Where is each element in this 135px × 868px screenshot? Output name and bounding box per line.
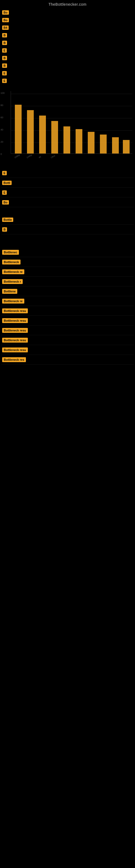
divider-2 bbox=[0, 236, 135, 246]
badge-b10[interactable]: E bbox=[2, 79, 7, 83]
chart-area: 0 20 40 60 80 100 1080p 1440p 4K Ultra bbox=[0, 88, 135, 164]
result-badge-3[interactable]: Bottleneck re bbox=[2, 269, 24, 274]
site-title: TheBottlenecker.com bbox=[0, 0, 135, 8]
badge-b3[interactable]: B4 bbox=[2, 26, 9, 30]
lower-section: Bottle B bbox=[0, 214, 135, 236]
top-badges-section: Bo Bo B4 B B E B B E E bbox=[0, 8, 135, 86]
svg-text:100: 100 bbox=[1, 92, 5, 94]
badge-b7[interactable]: B bbox=[2, 56, 7, 60]
top-row-8: B bbox=[1, 62, 134, 69]
svg-rect-14 bbox=[27, 110, 34, 154]
result-row-5: Bottlene bbox=[1, 286, 134, 296]
badge-b4[interactable]: B bbox=[2, 33, 7, 37]
top-row-3: B4 bbox=[1, 24, 134, 31]
result-badge-2[interactable]: Bottleneck bbox=[2, 259, 20, 265]
mid-row-4: Bo bbox=[1, 197, 134, 207]
lower-badge-2[interactable]: B bbox=[2, 227, 7, 231]
result-badge-8[interactable]: Bottleneck resu bbox=[2, 318, 28, 323]
top-row-7: B bbox=[1, 54, 134, 62]
result-row-3: Bottleneck re bbox=[1, 267, 134, 277]
badge-b6[interactable]: E bbox=[2, 48, 7, 53]
result-badge-11[interactable]: Bottleneck resu bbox=[2, 347, 28, 352]
badge-b8[interactable]: B bbox=[2, 63, 7, 68]
result-row-7: Bottleneck resu bbox=[1, 306, 134, 316]
svg-text:4K: 4K bbox=[38, 155, 42, 159]
mid-badge-4[interactable]: Bo bbox=[2, 200, 9, 205]
result-badge-4[interactable]: Bottleneck r bbox=[2, 279, 23, 284]
result-badge-7[interactable]: Bottleneck resu bbox=[2, 308, 28, 313]
mid-section: E Bottl E Bo bbox=[0, 167, 135, 208]
result-row-10: Bottleneck resu bbox=[1, 335, 134, 345]
mid-row-2: Bottl bbox=[1, 178, 134, 188]
svg-rect-15 bbox=[39, 116, 46, 154]
result-row-1: Bottlenec bbox=[1, 247, 134, 257]
result-badge-6[interactable]: Bottleneck re bbox=[2, 299, 24, 304]
svg-text:0: 0 bbox=[1, 153, 2, 155]
result-badge-12[interactable]: Bottleneck res bbox=[2, 357, 26, 362]
results-section: Bottlenec Bottleneck Bottleneck re Bottl… bbox=[0, 246, 135, 366]
result-badge-1[interactable]: Bottlenec bbox=[2, 250, 19, 255]
svg-rect-17 bbox=[63, 126, 70, 154]
svg-text:1080p: 1080p bbox=[14, 154, 20, 159]
svg-rect-20 bbox=[100, 134, 107, 154]
badge-b9[interactable]: E bbox=[2, 71, 7, 75]
badge-b2[interactable]: Bo bbox=[2, 18, 9, 22]
result-row-8: Bottleneck resu bbox=[1, 316, 134, 326]
svg-text:20: 20 bbox=[1, 141, 3, 143]
mid-row-1: E bbox=[1, 168, 134, 178]
mid-row-3: E bbox=[1, 188, 134, 197]
lower-row-2: B bbox=[1, 225, 134, 235]
svg-text:40: 40 bbox=[1, 128, 3, 131]
top-row-10: E bbox=[1, 77, 134, 85]
result-badge-9[interactable]: Bottleneck resu bbox=[2, 328, 28, 333]
svg-text:80: 80 bbox=[1, 104, 3, 106]
svg-rect-16 bbox=[51, 121, 58, 154]
svg-rect-22 bbox=[123, 140, 130, 154]
svg-rect-19 bbox=[88, 132, 94, 154]
mid-badge-3[interactable]: E bbox=[2, 190, 7, 195]
svg-rect-18 bbox=[76, 129, 82, 154]
top-row-9: E bbox=[1, 69, 134, 77]
svg-rect-21 bbox=[112, 137, 119, 154]
result-row-6: Bottleneck re bbox=[1, 296, 134, 306]
lower-badge-1[interactable]: Bottle bbox=[2, 218, 13, 222]
result-row-12: Bottleneck res bbox=[1, 355, 134, 365]
badge-b5[interactable]: B bbox=[2, 41, 7, 45]
svg-rect-13 bbox=[15, 105, 21, 154]
svg-text:60: 60 bbox=[1, 116, 3, 119]
result-row-9: Bottleneck resu bbox=[1, 326, 134, 335]
result-badge-5[interactable]: Bottlene bbox=[2, 289, 17, 294]
svg-text:1440p: 1440p bbox=[26, 154, 33, 159]
top-row-5: B bbox=[1, 39, 134, 46]
result-row-2: Bottleneck bbox=[1, 257, 134, 267]
badge-b1[interactable]: Bo bbox=[2, 10, 9, 14]
top-row-6: E bbox=[1, 46, 134, 54]
mid-badge-2[interactable]: Bottl bbox=[2, 181, 12, 185]
divider-1 bbox=[0, 208, 135, 214]
mid-badge-1[interactable]: E bbox=[2, 171, 7, 175]
top-row-4: B bbox=[1, 31, 134, 39]
result-badge-10[interactable]: Bottleneck resu bbox=[2, 338, 28, 343]
top-row-1: Bo bbox=[1, 9, 134, 16]
lower-row-1: Bottle bbox=[1, 215, 134, 225]
result-row-11: Bottleneck resu bbox=[1, 345, 134, 355]
svg-text:Ultra: Ultra bbox=[50, 154, 56, 159]
result-row-4: Bottleneck r bbox=[1, 277, 134, 286]
top-row-2: Bo bbox=[1, 16, 134, 24]
